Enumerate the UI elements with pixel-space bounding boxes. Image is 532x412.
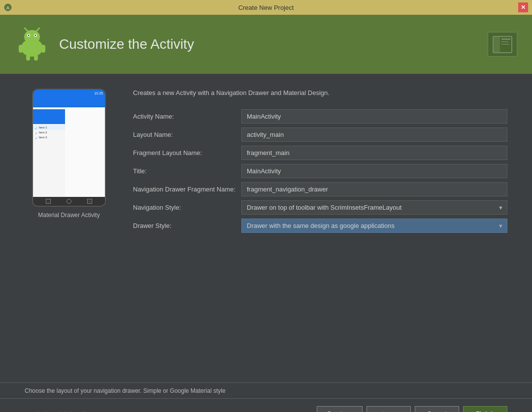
phone-back-btn: ‹	[46, 199, 51, 204]
app-icon: A	[4, 3, 12, 11]
page-title: Customize the Activity	[59, 36, 478, 52]
nav-item-label: Item 2	[39, 131, 47, 134]
footer: www.heritagechristiancollege.com Previou…	[0, 399, 532, 412]
drawer-style-select[interactable]: Drawer with the same design as google ap…	[241, 219, 507, 233]
navigation-style-label: Navigation Style:	[133, 198, 241, 217]
android-logo	[15, 27, 49, 62]
activity-name-input[interactable]	[241, 109, 507, 124]
check-icon: ✓	[35, 136, 37, 139]
title-bar: A Create New Project ✕	[0, 0, 532, 15]
svg-point-6	[28, 35, 30, 36]
next-button[interactable]: Next	[366, 406, 411, 412]
layout-name-input[interactable]	[241, 127, 507, 142]
svg-rect-11	[41, 45, 45, 53]
list-item: ✓ Item 3	[33, 135, 65, 140]
svg-rect-15	[493, 36, 500, 53]
list-item: ✓ Item 2	[33, 130, 65, 135]
svg-text:A: A	[6, 5, 9, 10]
activity-name-label: Activity Name:	[133, 107, 241, 126]
phone-toolbar	[33, 96, 105, 107]
close-button[interactable]: ✕	[518, 2, 528, 12]
phone-home-btn	[66, 199, 71, 204]
phone-content-area	[65, 107, 105, 197]
svg-line-9	[36, 28, 39, 31]
phone-drawer: ✓ Item 1 ✓ Item 2 ✓ Item 3	[33, 107, 105, 197]
layout-name-label: Layout Name:	[133, 126, 241, 144]
nav-item-label: Item 1	[39, 126, 47, 129]
svg-rect-18	[501, 44, 509, 45]
svg-rect-16	[501, 38, 510, 40]
svg-rect-13	[34, 55, 38, 61]
fragment-layout-name-input[interactable]	[241, 146, 507, 160]
svg-rect-17	[501, 41, 508, 42]
nav-drawer-fragment-label: Navigation Drawer Fragment Name:	[133, 180, 241, 198]
finish-button[interactable]: Finish	[463, 406, 507, 412]
title-label: Title:	[133, 162, 241, 180]
nav-drawer-fragment-input[interactable]	[241, 182, 507, 196]
navigation-style-select[interactable]: Drawer on top of toolbar with ScrimInset…	[241, 200, 507, 215]
footer-buttons: Previous Next Cancel Finish	[317, 406, 507, 412]
form-grid: Activity Name: Layout Name: Fragment Lay…	[133, 107, 507, 235]
window-title: Create New Project	[238, 4, 294, 11]
drawer-style-label: Drawer Style:	[133, 217, 241, 235]
svg-point-7	[35, 35, 36, 36]
svg-point-3	[24, 30, 40, 44]
list-item: ✓ Item 1	[33, 125, 65, 130]
navigation-style-wrapper: Drawer on top of toolbar with ScrimInset…	[241, 200, 507, 215]
header-banner: Customize the Activity	[0, 15, 532, 74]
svg-rect-12	[26, 55, 30, 61]
phone-label: Material Drawer Activity	[38, 212, 100, 219]
previous-button[interactable]: Previous	[317, 406, 363, 412]
phone-status-bar: 10:25	[33, 90, 105, 96]
phone-preview: 10:25 ✓ Item 1 ✓ Item 2 ✓ Item 3	[25, 89, 113, 219]
phone-nav-drawer: ✓ Item 1 ✓ Item 2 ✓ Item 3	[33, 107, 65, 197]
main-content: 10:25 ✓ Item 1 ✓ Item 2 ✓ Item 3	[0, 74, 532, 382]
phone-bottom-bar: ‹ □	[33, 197, 105, 206]
cancel-button[interactable]: Cancel	[415, 406, 459, 412]
phone-status-text: 10:25	[94, 92, 103, 95]
fragment-layout-name-label: Fragment Layout Name:	[133, 144, 241, 162]
nav-item-label: Item 3	[39, 136, 47, 139]
form-description: Creates a new Activity with a Navigation…	[133, 89, 507, 97]
phone-nav-header	[33, 109, 65, 124]
phone-recent-btn: □	[87, 199, 92, 204]
help-text-row: Choose the layout of your navigation dra…	[0, 383, 532, 398]
check-icon: ✓	[35, 127, 37, 129]
form-section: Creates a new Activity with a Navigation…	[133, 89, 507, 235]
title-input[interactable]	[241, 164, 507, 178]
header-icon-box	[488, 32, 517, 57]
drawer-style-wrapper: Drawer with the same design as google ap…	[241, 219, 507, 233]
phone-frame: 10:25 ✓ Item 1 ✓ Item 2 ✓ Item 3	[32, 89, 106, 207]
svg-line-8	[25, 28, 28, 31]
svg-rect-10	[19, 45, 23, 53]
help-text: Choose the layout of your navigation dra…	[25, 387, 226, 394]
check-icon: ✓	[35, 131, 37, 134]
